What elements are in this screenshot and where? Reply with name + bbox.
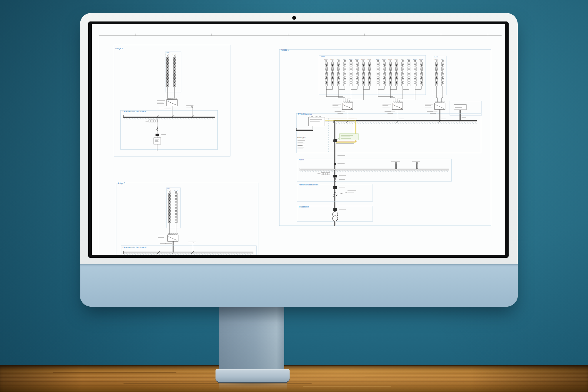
pv-string-label: String 1 — [324, 59, 328, 60]
pv-string-label: String 3 — [388, 59, 392, 60]
ksdv-title: KSDV — [299, 159, 304, 161]
pv-string-label: String 2 — [330, 59, 334, 60]
pv-string-label: String 7 — [413, 59, 417, 60]
pv-string-label: String 3 — [337, 59, 340, 60]
imac-body: String 1String 2=~String 1String 2=~Stri… — [80, 13, 518, 307]
anlage1-title: Anlage 1 — [281, 49, 289, 51]
pv-string-label: ~ — [443, 108, 443, 109]
stand-reflection — [219, 383, 287, 390]
pv-string-label: String 5 — [401, 59, 404, 60]
imac-stand-foot — [216, 369, 290, 383]
transformer-station-title: Trafostation — [299, 206, 309, 208]
wood-grain — [18, 379, 123, 379]
wood-grain — [365, 376, 517, 376]
pv-string-label: String 8 — [368, 59, 371, 60]
pv-string-label: String 2 — [441, 59, 444, 60]
pv-string-label: ~ — [400, 108, 401, 109]
grid-building-title: Netzanschlussbauwerk — [299, 184, 318, 186]
pv-string-label: ~ — [175, 104, 176, 106]
imac-chin — [80, 264, 518, 307]
imac-stand-neck — [219, 307, 284, 370]
pv-string-label: String 2 — [173, 54, 176, 56]
pv-string-label: = — [168, 100, 168, 101]
pv-string-label: String 6 — [355, 59, 359, 60]
distribution-c-title: Zählerverteiler Gebäude C — [122, 246, 147, 248]
pv-string-label: = — [169, 235, 169, 237]
pv-string-label: String 2 — [382, 59, 386, 60]
scene: String 1String 2=~String 1String 2=~Stri… — [0, 0, 588, 392]
anlage2-title: Anlage 2 — [115, 48, 123, 50]
anlage1-roof2-label: Dach 2 — [434, 57, 438, 58]
pv-string-label: String 1 — [376, 59, 380, 60]
pv-string-label: String 1 — [168, 190, 171, 192]
distribution-a-title: Zählerverteiler Gebäude A — [122, 110, 146, 112]
wood-grain — [303, 386, 391, 387]
webcam-icon — [292, 16, 296, 20]
wood-grain — [53, 372, 176, 373]
pv-string-label: String 1 — [166, 54, 169, 56]
pv-string-label: = — [343, 104, 344, 105]
schematic-page: String 1String 2=~String 1String 2=~Stri… — [92, 24, 505, 255]
schematic-svg: String 1String 2=~String 1String 2=~Stri… — [92, 24, 505, 255]
anlage3-title: Anlage 3 — [118, 182, 125, 185]
pv-string-label: String 4 — [395, 59, 398, 60]
pv-string-label: String 7 — [361, 59, 365, 60]
pv-string-label: String 1 — [435, 59, 438, 60]
pv-string-label: String 5 — [349, 59, 353, 60]
screen-bezel: String 1String 2=~String 1String 2=~Stri… — [88, 21, 509, 258]
park-controller-label: Parkregler — [297, 137, 305, 139]
anlage2-roof-label: Dach 1 — [166, 52, 170, 53]
pv-string-label: = — [393, 104, 394, 105]
pv-string-label: String 6 — [407, 59, 410, 60]
pv-string-label: String 8 — [419, 59, 423, 60]
anlage1-roof1-label: Dach 1 — [321, 56, 325, 57]
pv-ac-collector-title: PV AC Sammler — [298, 113, 312, 115]
pv-string-label: ~ — [350, 108, 351, 109]
pv-string-label: String 4 — [343, 59, 346, 60]
pv-string-label: = — [436, 104, 436, 105]
pv-string-label: ~ — [176, 240, 176, 241]
pv-string-label: String 2 — [174, 190, 178, 192]
anlage3-roof-label: Dach 1 — [167, 188, 171, 189]
